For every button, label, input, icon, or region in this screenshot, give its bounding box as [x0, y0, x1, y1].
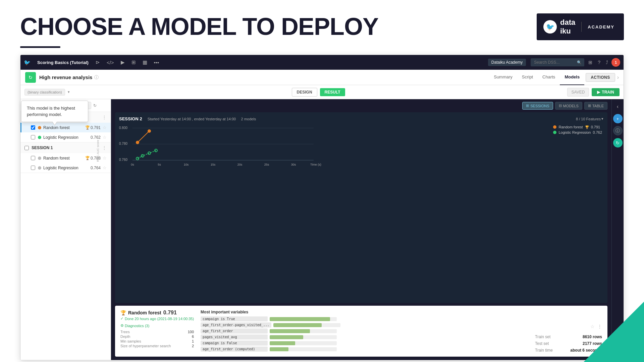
var-bar-bg-3 — [270, 335, 337, 339]
info-prop-hyperparameter: Size of hyperparameter search 2 — [120, 344, 194, 348]
svg-text:20s: 20s — [237, 163, 243, 166]
logo-divider — [581, 22, 582, 32]
nav-grid-icon[interactable]: ⊞ — [586, 58, 594, 66]
svg-point-16 — [136, 141, 139, 144]
tab-charts[interactable]: Charts — [538, 70, 560, 85]
session1-menu-icon[interactable]: ⋮ — [102, 145, 107, 150]
legend-rf-score: 0.791 — [591, 125, 600, 129]
logo-bird-icon: 🐦 — [543, 20, 557, 34]
session1-rf-checkbox[interactable] — [31, 156, 35, 160]
app-container: 🐦 Scoring Basics (Tutorial) ⊳ </> ▶ ⊞ ▦ … — [20, 55, 624, 360]
svg-text:30s: 30s — [291, 163, 296, 166]
chart-meta-text: Started Yesterday at 14:00 , ended Yeste… — [148, 117, 576, 121]
page-header: CHOOSE A MODEL TO DEPLOY 🐦 dataiku ACADE… — [0, 0, 644, 44]
nav-user-avatar[interactable]: 1 — [611, 58, 620, 67]
nav-search-input[interactable] — [531, 58, 584, 66]
var-bar-fill-4 — [270, 341, 295, 345]
saved-button[interactable]: SAVED — [567, 88, 589, 97]
actions-button[interactable]: ACTIONS — [586, 73, 615, 82]
tooltip-text: This model is the highest performing mod… — [27, 106, 75, 117]
var-bar-fill-1 — [273, 323, 322, 327]
filter-refresh-icon[interactable]: ↻ — [93, 103, 97, 108]
tab-models[interactable]: Models — [560, 70, 584, 85]
legend-rf-dot — [553, 125, 556, 129]
tab-summary[interactable]: Summary — [489, 70, 517, 85]
session1-checkbox[interactable] — [24, 146, 29, 150]
session1-lr-name: Logistic Regression — [43, 166, 91, 170]
sidebar-rotate-icon[interactable]: ↻ — [613, 138, 623, 147]
nav-code-icon[interactable]: </> — [104, 58, 116, 67]
sub-nav-refresh-button[interactable]: ↻ — [25, 72, 36, 83]
svg-text:0.800: 0.800 — [119, 126, 127, 130]
tab-script[interactable]: Script — [517, 70, 538, 85]
table-view-button[interactable]: ⊞ TABLE — [584, 102, 607, 110]
project-name[interactable]: Scoring Basics (Tutorial) — [35, 59, 91, 66]
nav-run-icon[interactable]: ▶ — [118, 58, 127, 67]
nav-dataset-icon[interactable]: ⊞ — [129, 58, 138, 67]
sub-nav-help-icon[interactable]: ⓘ — [94, 74, 99, 80]
svg-text:ROC AUC score: ROC AUC score — [96, 140, 100, 162]
chart-container: SESSION 2 Started Yesterday at 14:00 , e… — [115, 112, 607, 303]
info-model-name: 🏆 Random forest 0.791 — [120, 310, 194, 316]
session2-lr-checkbox[interactable] — [31, 135, 35, 139]
train-button[interactable]: ▶ TRAIN — [592, 88, 620, 96]
session1-label: SESSION 1 — [32, 145, 102, 150]
session2-lr-star-icon[interactable]: ☆ — [103, 135, 107, 140]
dropdown-arrow-icon: ▾ — [68, 90, 70, 94]
svg-text:0.760: 0.760 — [119, 158, 127, 162]
info-diagnostics-button[interactable]: ⚙ Diagnostics (3) — [120, 323, 194, 328]
session2-rf-score: 0.791 — [91, 125, 101, 130]
result-button[interactable]: RESULT — [320, 88, 345, 96]
sessions-view-button[interactable]: ⊞ SESSIONS — [522, 102, 553, 110]
session1-rf-star-icon[interactable]: ☆ — [103, 156, 107, 161]
nav-more-icon[interactable]: ••• — [152, 58, 162, 67]
performance-chart: 0.800 0.780 0.760 ROC AUC score 0s — [119, 124, 320, 178]
info-check-icon: ✓ — [120, 316, 123, 321]
train-label: TRAIN — [602, 90, 614, 95]
var-bar-bg-2 — [270, 329, 337, 333]
info-diagnostics-icon: ⚙ — [120, 323, 124, 328]
svg-point-17 — [148, 129, 151, 133]
session1-rf-dot — [38, 157, 41, 160]
svg-text:Time (s): Time (s) — [310, 163, 321, 166]
session2-rf-checkbox[interactable] — [31, 125, 35, 130]
sidebar-back-icon[interactable]: ‹ — [613, 102, 623, 111]
session2-lr-name: Logistic Regression — [43, 135, 91, 140]
design-button[interactable]: DESIGN — [292, 88, 317, 97]
chart-session-label: SESSION 2 — [119, 116, 142, 121]
teal-decoration — [584, 302, 644, 362]
session2-rf-star-icon[interactable]: ☆ — [103, 125, 107, 130]
session1-lr-checkbox[interactable] — [31, 166, 35, 170]
session2-rf-dot — [38, 126, 41, 129]
vars-title: Most important variables — [201, 310, 528, 314]
var-bar-bg-4 — [270, 341, 337, 345]
nav-search-wrapper: 🔍 — [531, 58, 584, 66]
saved-label: SAVED — [572, 90, 585, 95]
session2-menu-icon[interactable]: ⋮ — [102, 115, 107, 120]
session1-lr-dot — [38, 166, 41, 170]
nav-help-icon[interactable]: ? — [596, 58, 602, 66]
var-bar-bg-1 — [273, 323, 340, 327]
models-grid-icon: ⊟ — [559, 104, 562, 108]
chart-features-button[interactable]: 8 / 10 Features ▾ — [576, 117, 603, 121]
var-bar-fill-2 — [270, 329, 310, 333]
legend-rf-name: Random forest — [558, 125, 583, 129]
session1-rf-name: Random forest — [43, 156, 85, 161]
session1-lr-star-icon[interactable]: ☆ — [103, 165, 107, 170]
nav-chart-icon[interactable]: ▦ — [140, 58, 150, 67]
tooltip-box: This model is the highest performing mod… — [21, 101, 88, 122]
sub-nav: ↻ High revenue analysis ⓘ Summary Script… — [20, 70, 624, 85]
sidebar-plus-icon[interactable]: + — [613, 114, 623, 123]
models-view-button[interactable]: ⊟ MODELS — [555, 102, 582, 110]
session2-random-forest-row[interactable]: Random forest 🏆 0.791 ☆ — [20, 123, 111, 132]
nav-deploy-icon[interactable]: ⊳ — [93, 58, 102, 67]
var-bar-bg-0 — [270, 317, 337, 321]
nav-analytics-icon[interactable]: ⤴ — [604, 58, 610, 66]
svg-point-21 — [155, 149, 157, 152]
legend-lr-dot — [553, 131, 556, 134]
logo-text: dataiku — [560, 18, 575, 36]
svg-text:25s: 25s — [264, 163, 269, 166]
session1-logistic-row[interactable]: Logistic Regression 0.764 ☆ — [20, 163, 111, 173]
sidebar-info-icon[interactable]: ⓘ — [613, 126, 623, 135]
sub-nav-right-arrow[interactable]: › — [617, 74, 619, 80]
